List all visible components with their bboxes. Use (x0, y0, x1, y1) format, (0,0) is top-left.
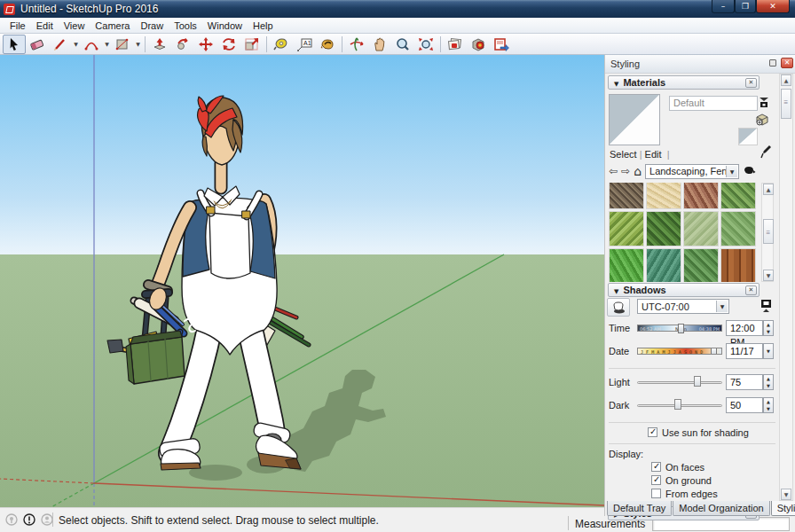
3d-warehouse-button[interactable] (444, 35, 467, 54)
back-arrow-icon[interactable]: ⇦ (609, 165, 618, 177)
follow-me-tool-button[interactable] (171, 35, 194, 54)
menu-camera[interactable]: Camera (90, 19, 135, 33)
collection-dropdown[interactable]: Landscaping, Fencing a ▼ (645, 164, 739, 179)
time-slider-thumb[interactable] (678, 324, 684, 333)
time-spinner[interactable]: ▲▼ (763, 320, 774, 336)
timezone-dropdown[interactable]: UTC-07:00 ▼ (637, 299, 729, 314)
tape-measure-tool-button[interactable] (270, 35, 293, 54)
menu-view[interactable]: View (59, 19, 91, 33)
text-tool-button[interactable]: A1 (293, 35, 316, 54)
light-value-field[interactable]: 75 (726, 374, 763, 390)
material-tile-grass2[interactable] (720, 211, 756, 246)
tab-default-tray[interactable]: Default Tray (607, 501, 672, 516)
dark-spinner[interactable]: ▲▼ (763, 397, 774, 413)
from-edges-checkbox[interactable] (651, 489, 661, 498)
material-name-field[interactable]: Default (669, 96, 758, 111)
auto-hide-pin-icon[interactable] (769, 59, 776, 66)
materials-close-button[interactable]: ✕ (745, 78, 757, 88)
shapes-tool-dropdown[interactable]: ▼ (134, 35, 142, 54)
menu-edit[interactable]: Edit (31, 19, 59, 33)
eyedropper-icon[interactable] (758, 144, 774, 160)
close-button[interactable]: ✕ (756, 0, 790, 13)
material-tile-leaves[interactable] (683, 248, 719, 282)
menu-window[interactable]: Window (202, 19, 248, 33)
tray-scrollbar[interactable]: ▲ ▼ (779, 74, 793, 501)
paint-swatch[interactable] (738, 128, 758, 145)
sample-paint-icon[interactable] (743, 165, 756, 178)
dark-slider-thumb[interactable] (674, 399, 681, 410)
material-tile-foliage5[interactable] (646, 248, 681, 282)
create-material-button[interactable] (754, 112, 770, 128)
dark-value-field[interactable]: 50 (726, 397, 763, 413)
line-tool-button[interactable] (49, 35, 72, 54)
home-icon[interactable]: ⌂ (634, 164, 642, 178)
line-tool-dropdown[interactable]: ▼ (72, 35, 80, 54)
material-tile-sand[interactable] (646, 183, 681, 209)
select-tool-button[interactable] (3, 35, 26, 54)
model-viewport[interactable] (0, 55, 604, 507)
forward-arrow-icon[interactable]: ⇨ (621, 165, 630, 177)
material-tile-bark[interactable] (683, 183, 719, 209)
display-label: Display: (609, 449, 643, 459)
pan-tool-button[interactable] (368, 35, 391, 54)
extension-warehouse-button[interactable] (467, 35, 490, 54)
materials-section-header[interactable]: ▼Materials ✕ (608, 75, 760, 90)
maximize-button[interactable]: ❐ (735, 0, 756, 13)
tab-edit[interactable]: Edit (645, 149, 662, 160)
zoom-extents-tool-button[interactable] (414, 35, 437, 54)
time-value-field[interactable]: 12:00 PM (726, 320, 763, 336)
minimize-button[interactable]: – (712, 0, 735, 13)
material-tile-foliage2[interactable] (609, 211, 644, 246)
orbit-tool-button[interactable] (345, 35, 368, 54)
toggle-shadows-button[interactable] (607, 298, 630, 317)
use-sun-checkbox[interactable] (648, 427, 657, 437)
materials-scrollbar[interactable]: ▲ ▼ (761, 183, 774, 282)
geolocation-icon[interactable] (5, 513, 18, 526)
shadows-section-header[interactable]: ▼Shadows ✕ (608, 283, 760, 297)
arc-tool-button[interactable] (80, 35, 103, 54)
from-edges-label: From edges (665, 489, 718, 499)
material-tile-wood-fence[interactable] (720, 248, 756, 282)
tab-styling[interactable]: Styling (771, 501, 795, 516)
material-tile-foliage1[interactable] (720, 183, 756, 209)
date-dropdown[interactable]: ▼ (763, 343, 774, 359)
material-tile-foliage4[interactable] (609, 248, 644, 282)
claim-credit-icon[interactable] (23, 513, 35, 526)
menu-draw[interactable]: Draw (135, 19, 169, 33)
date-slider[interactable]: JFMAMJJASOND (637, 348, 722, 355)
zoom-tool-button[interactable] (391, 35, 414, 54)
on-ground-checkbox[interactable] (651, 475, 661, 485)
menu-tools[interactable]: Tools (169, 19, 202, 33)
send-to-layout-button[interactable] (490, 35, 513, 54)
scale-tool-button[interactable] (240, 35, 264, 54)
arc-tool-dropdown[interactable]: ▼ (103, 35, 111, 54)
push-pull-tool-button[interactable] (148, 35, 171, 54)
shadows-close-button[interactable]: ✕ (745, 286, 757, 295)
light-spinner[interactable]: ▲▼ (763, 374, 774, 390)
sign-in-user-icon[interactable] (41, 513, 53, 526)
menu-file[interactable]: File (4, 19, 31, 33)
light-slider[interactable] (637, 381, 722, 384)
collection-value: Landscaping, Fencing a (649, 166, 728, 176)
material-tile-foliage3[interactable] (646, 211, 681, 246)
material-tile-gravel[interactable] (609, 183, 644, 209)
light-slider-thumb[interactable] (694, 376, 701, 387)
shadows-secondary-pane-button[interactable] (758, 298, 774, 314)
eraser-tool-button[interactable] (26, 35, 49, 54)
tray-title-bar[interactable]: Styling ✕ (605, 55, 795, 74)
on-faces-checkbox[interactable] (651, 462, 661, 472)
tray-close-button[interactable]: ✕ (781, 58, 793, 68)
tab-model-organization[interactable]: Model Organization (673, 501, 769, 516)
material-tile-grass1[interactable] (683, 211, 719, 246)
shapes-tool-button[interactable] (111, 35, 134, 54)
title-bar: Untitled - SketchUp Pro 2016 – ❐ ✕ (0, 0, 795, 18)
move-tool-button[interactable] (194, 35, 217, 54)
secondary-pane-button[interactable] (756, 94, 772, 110)
time-slider[interactable]: 06:52 AM Noon 04:38 PM (637, 325, 722, 332)
tab-select[interactable]: Select (610, 149, 637, 160)
menu-help[interactable]: Help (248, 19, 279, 33)
rotate-tool-button[interactable] (217, 35, 240, 54)
date-value-field[interactable]: 11/17 (726, 343, 763, 359)
date-slider-thumb[interactable] (711, 348, 717, 355)
paint-bucket-tool-button[interactable] (316, 35, 339, 54)
